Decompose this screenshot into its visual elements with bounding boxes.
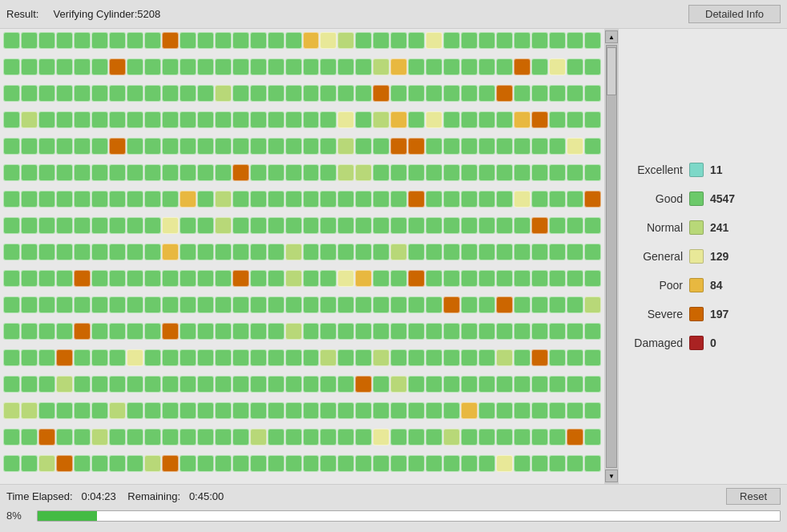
grid-cell[interactable] [268, 138, 285, 155]
grid-cell[interactable] [162, 323, 179, 340]
grid-cell[interactable] [38, 323, 55, 340]
grid-cell[interactable] [337, 376, 354, 393]
grid-cell[interactable] [337, 270, 354, 287]
grid-cell[interactable] [56, 138, 73, 155]
grid-cell[interactable] [21, 244, 38, 260]
grid-cell[interactable] [320, 323, 337, 340]
grid-cell[interactable] [232, 402, 249, 419]
grid-cell[interactable] [180, 191, 196, 208]
grid-cell[interactable] [355, 429, 372, 445]
grid-cell[interactable] [584, 402, 601, 419]
grid-cell[interactable] [21, 138, 38, 155]
grid-cell[interactable] [584, 85, 601, 102]
grid-cell[interactable] [21, 455, 38, 472]
grid-cell[interactable] [461, 376, 478, 393]
grid-cell[interactable] [250, 270, 267, 287]
grid-cell[interactable] [549, 270, 566, 287]
grid-cell[interactable] [337, 402, 354, 419]
grid-cell[interactable] [443, 85, 460, 102]
grid-cell[interactable] [215, 58, 232, 75]
grid-cell[interactable] [443, 138, 460, 155]
grid-cell[interactable] [373, 429, 389, 445]
grid-cell[interactable] [21, 270, 38, 287]
grid-cell[interactable] [355, 138, 372, 155]
grid-cell[interactable] [496, 323, 513, 340]
grid-cell[interactable] [355, 402, 372, 419]
grid-cell[interactable] [514, 191, 531, 208]
grid-cell[interactable] [285, 270, 302, 287]
grid-cell[interactable] [74, 85, 91, 102]
grid-cell[interactable] [197, 191, 214, 208]
grid-cell[interactable] [250, 85, 267, 102]
grid-cell[interactable] [320, 244, 337, 260]
grid-cell[interactable] [478, 402, 495, 419]
grid-cell[interactable] [3, 58, 20, 75]
grid-cell[interactable] [109, 58, 126, 75]
grid-cell[interactable] [127, 455, 143, 472]
grid-cell[interactable] [443, 191, 460, 208]
grid-cell[interactable] [144, 164, 161, 181]
grid-cell[interactable] [180, 111, 196, 128]
grid-cell[interactable] [127, 429, 143, 445]
grid-cell[interactable] [74, 270, 91, 287]
grid-cell[interactable] [496, 138, 513, 155]
grid-cell[interactable] [74, 111, 91, 128]
grid-cell[interactable] [197, 270, 214, 287]
grid-cell[interactable] [162, 244, 179, 260]
grid-cell[interactable] [268, 191, 285, 208]
grid-cell[interactable] [215, 376, 232, 393]
grid-cell[interactable] [197, 217, 214, 234]
grid-cell[interactable] [496, 58, 513, 75]
grid-cell[interactable] [567, 191, 583, 208]
grid-cell[interactable] [531, 58, 548, 75]
grid-cell[interactable] [531, 296, 548, 313]
grid-cell[interactable] [215, 191, 232, 208]
grid-cell[interactable] [162, 402, 179, 419]
grid-cell[interactable] [531, 270, 548, 287]
grid-cell[interactable] [3, 164, 20, 181]
grid-cell[interactable] [197, 111, 214, 128]
grid-cell[interactable] [496, 191, 513, 208]
grid-cell[interactable] [443, 402, 460, 419]
grid-cell[interactable] [127, 111, 143, 128]
grid-cell[interactable] [285, 164, 302, 181]
grid-cell[interactable] [74, 323, 91, 340]
grid-cell[interactable] [496, 270, 513, 287]
grid-cell[interactable] [584, 244, 601, 260]
grid-cell[interactable] [21, 349, 38, 366]
grid-cell[interactable] [373, 270, 389, 287]
grid-cell[interactable] [390, 323, 407, 340]
grid-cell[interactable] [496, 32, 513, 49]
grid-cell[interactable] [232, 429, 249, 445]
grid-cell[interactable] [232, 323, 249, 340]
grid-cell[interactable] [426, 111, 442, 128]
grid-cell[interactable] [408, 270, 425, 287]
grid-cell[interactable] [127, 85, 143, 102]
grid-cell[interactable] [337, 85, 354, 102]
grid-cell[interactable] [303, 138, 320, 155]
grid-cell[interactable] [3, 217, 20, 234]
grid-cell[interactable] [38, 429, 55, 445]
grid-cell[interactable] [197, 455, 214, 472]
grid-cell[interactable] [215, 323, 232, 340]
grid-cell[interactable] [232, 296, 249, 313]
grid-cell[interactable] [285, 111, 302, 128]
grid-cell[interactable] [197, 32, 214, 49]
grid-cell[interactable] [303, 270, 320, 287]
grid-cell[interactable] [285, 32, 302, 49]
grid-cell[interactable] [109, 111, 126, 128]
grid-cell[interactable] [197, 58, 214, 75]
grid-cell[interactable] [337, 111, 354, 128]
grid-cell[interactable] [91, 429, 108, 445]
grid-cell[interactable] [180, 323, 196, 340]
grid-cell[interactable] [109, 376, 126, 393]
grid-cell[interactable] [478, 296, 495, 313]
grid-cell[interactable] [478, 138, 495, 155]
grid-cell[interactable] [514, 323, 531, 340]
grid-cell[interactable] [355, 85, 372, 102]
grid-cell[interactable] [584, 376, 601, 393]
grid-cell[interactable] [180, 244, 196, 260]
grid-cell[interactable] [180, 32, 196, 49]
grid-cell[interactable] [162, 349, 179, 366]
grid-cell[interactable] [355, 164, 372, 181]
